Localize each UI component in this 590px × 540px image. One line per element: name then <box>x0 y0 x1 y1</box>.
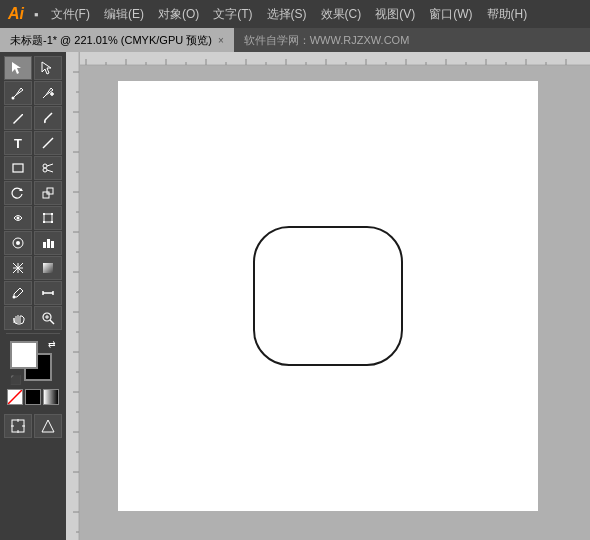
tool-row-2 <box>2 81 64 105</box>
svg-point-15 <box>17 217 20 220</box>
tool-row-9 <box>2 256 64 280</box>
menu-help[interactable]: 帮助(H) <box>481 4 534 25</box>
select-tool[interactable] <box>4 56 32 80</box>
gradient-swatch-small[interactable] <box>43 389 59 405</box>
type-tool[interactable]: T <box>4 131 32 155</box>
main-area: T <box>0 52 590 540</box>
canvas-area <box>66 52 590 540</box>
svg-point-31 <box>13 296 16 299</box>
direct-select-tool[interactable] <box>34 56 62 80</box>
menu-edit[interactable]: 编辑(E) <box>98 4 150 25</box>
svg-point-2 <box>12 97 15 100</box>
svg-line-10 <box>47 164 53 166</box>
tab-bar: 未标题-1* @ 221.01% (CMYK/GPU 预览) × 软件自学网：W… <box>0 28 590 52</box>
tool-row-6 <box>2 181 64 205</box>
tool-row-10 <box>2 281 64 305</box>
svg-rect-7 <box>13 164 23 172</box>
color-area: ⇄ ⬛ <box>2 337 64 409</box>
svg-rect-25 <box>51 241 54 248</box>
perspective-tool[interactable] <box>34 414 62 438</box>
active-tab[interactable]: 未标题-1* @ 221.01% (CMYK/GPU 预览) × <box>0 28 234 52</box>
column-graph-tool[interactable] <box>34 231 62 255</box>
svg-line-11 <box>47 170 53 172</box>
svg-rect-16 <box>44 214 52 222</box>
svg-line-36 <box>50 320 54 324</box>
rounded-rectangle[interactable] <box>253 226 403 366</box>
pen-tool[interactable] <box>4 81 32 105</box>
rect-tool[interactable] <box>4 156 32 180</box>
ad-text: 软件自学网：WWW.RJZXW.COM <box>244 33 410 48</box>
svg-marker-0 <box>12 62 21 74</box>
title-bar: Ai ▪ 文件(F) 编辑(E) 对象(O) 文字(T) 选择(S) 效果(C)… <box>0 0 590 28</box>
svg-rect-30 <box>43 263 53 273</box>
svg-rect-19 <box>43 221 45 223</box>
pencil-tool[interactable] <box>4 106 32 130</box>
none-swatch[interactable] <box>7 389 23 405</box>
mesh-tool[interactable] <box>4 256 32 280</box>
tool-row-7 <box>2 206 64 230</box>
gradient-tool[interactable] <box>34 256 62 280</box>
ruler-left <box>66 52 80 540</box>
svg-line-5 <box>22 114 23 115</box>
menu-view[interactable]: 视图(V) <box>369 4 421 25</box>
menu-bar: 文件(F) 编辑(E) 对象(O) 文字(T) 选择(S) 效果(C) 视图(V… <box>45 4 582 25</box>
svg-line-6 <box>43 138 53 148</box>
svg-rect-23 <box>43 242 46 248</box>
toolbar-separator <box>6 333 60 334</box>
scale-tool[interactable] <box>34 181 62 205</box>
tool-row-8 <box>2 231 64 255</box>
symbol-tool[interactable] <box>4 231 32 255</box>
svg-line-39 <box>8 390 22 404</box>
default-colors-icon[interactable]: ⬛ <box>10 375 21 385</box>
svg-rect-45 <box>66 52 590 66</box>
window-icon: ▪ <box>34 7 39 22</box>
scissors-tool[interactable] <box>34 156 62 180</box>
tool-row-3 <box>2 106 64 130</box>
tab-ad: 软件自学网：WWW.RJZXW.COM <box>234 28 420 52</box>
ruler-top <box>66 52 590 66</box>
brush-tool[interactable] <box>34 106 62 130</box>
svg-rect-20 <box>51 221 53 223</box>
app-logo: Ai <box>8 5 24 23</box>
tab-close-button[interactable]: × <box>218 35 224 46</box>
hand-tool[interactable] <box>4 306 32 330</box>
tab-title: 未标题-1* @ 221.01% (CMYK/GPU 预览) <box>10 33 212 48</box>
tool-row-4: T <box>2 131 64 155</box>
svg-rect-13 <box>43 192 49 198</box>
toolbar: T <box>0 52 66 540</box>
svg-marker-1 <box>42 62 51 74</box>
menu-window[interactable]: 窗口(W) <box>423 4 478 25</box>
fill-swatch[interactable] <box>10 341 38 369</box>
tool-row-5 <box>2 156 64 180</box>
small-swatches <box>6 389 60 405</box>
artboard <box>118 81 538 511</box>
swap-icon[interactable]: ⇄ <box>48 339 56 349</box>
svg-point-9 <box>43 168 47 172</box>
artboard-tool[interactable] <box>4 414 32 438</box>
zoom-tool[interactable] <box>34 306 62 330</box>
svg-rect-72 <box>66 52 80 540</box>
menu-select[interactable]: 选择(S) <box>261 4 313 25</box>
menu-file[interactable]: 文件(F) <box>45 4 96 25</box>
add-anchor-tool[interactable] <box>34 81 62 105</box>
measure-tool[interactable] <box>34 281 62 305</box>
svg-rect-14 <box>47 188 53 194</box>
tool-row-11 <box>2 306 64 330</box>
svg-point-8 <box>43 164 47 168</box>
eyedropper-tool[interactable] <box>4 281 32 305</box>
menu-object[interactable]: 对象(O) <box>152 4 205 25</box>
line-tool[interactable] <box>34 131 62 155</box>
svg-rect-24 <box>47 239 50 248</box>
fill-stroke-swatches[interactable]: ⇄ ⬛ <box>10 341 56 385</box>
rotate-tool[interactable] <box>4 181 32 205</box>
warp-tool[interactable] <box>4 206 32 230</box>
svg-rect-17 <box>43 213 45 215</box>
menu-effect[interactable]: 效果(C) <box>315 4 368 25</box>
menu-text[interactable]: 文字(T) <box>207 4 258 25</box>
svg-rect-18 <box>51 213 53 215</box>
tool-row-bottom <box>2 414 64 438</box>
free-transform-tool[interactable] <box>34 206 62 230</box>
color-swatch-small[interactable] <box>25 389 41 405</box>
svg-point-22 <box>16 241 20 245</box>
tool-row-1 <box>2 56 64 80</box>
